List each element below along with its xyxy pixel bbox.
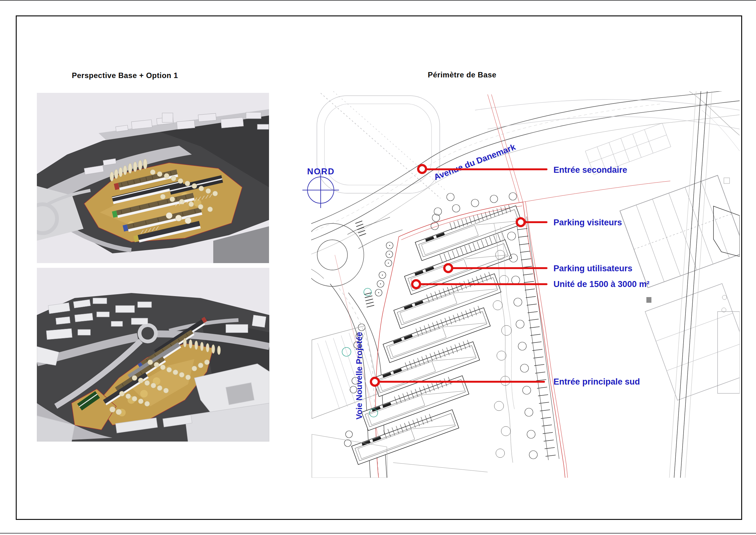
annotation-visitor-parking: Parking visiteurs	[554, 218, 622, 228]
marker-circle-secondary-entrance	[417, 164, 427, 174]
perspective-top-svg	[37, 93, 269, 263]
north-label: NORD	[307, 167, 335, 177]
marker-circle-unit-size	[411, 279, 421, 289]
annotation-user-parking: Parking utilisateurs	[554, 264, 632, 273]
marker-circle-visitor-parking	[516, 217, 526, 227]
top-rule	[0, 0, 756, 1]
leader-line-visitor-parking	[524, 221, 548, 223]
leader-line-user-parking	[452, 267, 548, 269]
marker-circle-main-entrance	[370, 377, 380, 387]
annotation-main-entrance-south: Entrée principale sud	[554, 377, 640, 387]
right-section-title: Périmètre de Base	[428, 70, 497, 79]
annotation-unit-size: Unité de 1500 à 3000 m²	[554, 279, 650, 289]
perspective-render-top	[37, 93, 269, 263]
north-compass-hline	[302, 190, 339, 190]
annotation-secondary-entrance: Entrée secondaire	[554, 165, 627, 175]
bottom-rule	[0, 533, 756, 534]
north-compass-vline	[320, 173, 321, 208]
plan-sheet-page: Perspective Base + Option 1 Périmètre de…	[0, 0, 756, 535]
leader-line-secondary-entrance	[426, 168, 548, 170]
voie-nouvelle-label: Voie Nouvelle Projetée	[354, 333, 364, 419]
left-section-title: Perspective Base + Option 1	[72, 71, 178, 80]
marker-circle-user-parking	[443, 263, 453, 273]
perspective-bottom-svg	[37, 268, 269, 441]
perspective-render-bottom	[37, 268, 269, 441]
leader-line-unit-size	[420, 283, 548, 285]
leader-line-main-entrance	[378, 381, 545, 383]
